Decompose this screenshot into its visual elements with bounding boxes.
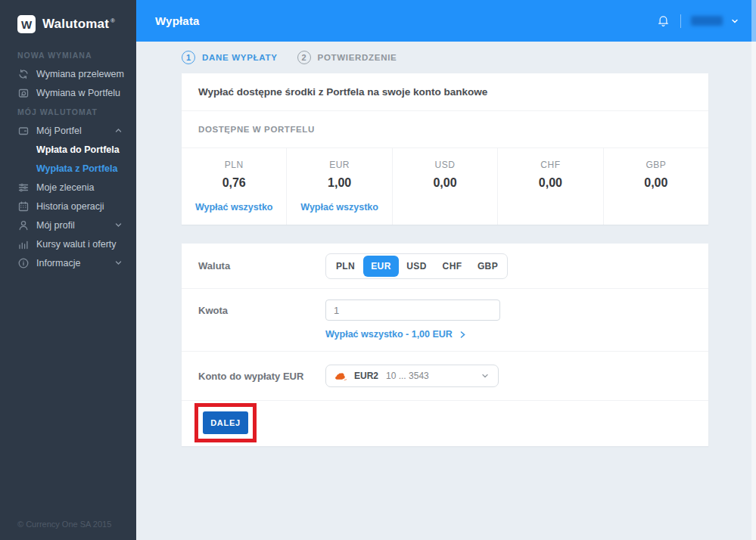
currency-option-pln[interactable]: PLN [328, 256, 363, 277]
currency-code: GBP [604, 160, 708, 170]
amount-row: Kwota Wypłać wszystko - 1,00 EUR [182, 289, 708, 352]
sidebar-item-moje-zlecenia[interactable]: Moje zlecenia [0, 178, 136, 197]
orders-icon [17, 182, 30, 194]
highlight-annotation: DALEJ [194, 403, 257, 442]
page-title: Wypłata [155, 14, 200, 27]
topbar-right [656, 14, 739, 28]
withdraw-all-amount-link[interactable]: Wypłać wszystko - 1,00 EUR [325, 329, 500, 340]
wallet-panel: Wypłać dostępne środki z Portfela na swo… [182, 73, 708, 225]
chevron-up-icon [114, 126, 123, 135]
dalej-button[interactable]: DALEJ [203, 411, 248, 434]
currency-code: USD [393, 160, 497, 170]
wallet-exchange-icon [17, 87, 30, 99]
currency-option-chf[interactable]: CHF [434, 256, 470, 277]
currency-option-eur[interactable]: EUR [363, 256, 399, 277]
currency-row: Waluta PLN EUR USD CHF GBP [182, 244, 708, 289]
wizard-steps: 1 DANE WYPŁATY 2 POTWIERDZENIE [182, 42, 708, 73]
wallet-icon [17, 125, 30, 137]
nav-section-moj-walutomat: MÓJ WALUTOMAT [0, 102, 136, 121]
sidebar-item-label: Mój profil [36, 220, 75, 231]
balance-amount: 0,76 [182, 176, 286, 190]
notifications-bell-icon[interactable] [656, 14, 670, 28]
sidebar-item-informacje[interactable]: Informacje [0, 253, 136, 272]
sidebar-item-label: Moje zlecenia [36, 182, 94, 193]
scrollbar-track[interactable] [751, 0, 756, 540]
balance-gbp: GBP 0,00 [603, 148, 708, 225]
withdraw-all-eur-link[interactable]: Wypłać wszystko [287, 202, 391, 213]
sidebar-item-label: Mój Portfel [36, 126, 82, 136]
chevron-down-icon [114, 221, 123, 229]
topbar: Wypłata [136, 0, 756, 42]
account-name: EUR2 [354, 371, 378, 381]
account-select[interactable]: EUR2 10 ... 3543 [325, 365, 499, 387]
sidebar-item-wplata-do-portfela[interactable]: Wpłata do Portfela [0, 140, 136, 159]
rates-icon [17, 238, 30, 250]
currency-option-usd[interactable]: USD [399, 256, 434, 277]
balance-amount: 0,00 [498, 176, 602, 190]
topbar-divider [680, 14, 681, 28]
step-number: 2 [297, 51, 311, 64]
balance-chf: CHF 0,00 [497, 148, 602, 225]
step-number: 1 [182, 51, 195, 64]
chevron-down-icon [114, 259, 123, 267]
history-icon [17, 200, 30, 213]
sidebar-item-moj-portfel[interactable]: Mój Portfel [0, 121, 136, 140]
sidebar-item-label: Kursy walut i oferty [36, 239, 117, 250]
sidebar: W Walutomat® NOWA WYMIANA Wymiana przele… [0, 0, 136, 540]
submit-row: DALEJ [182, 401, 708, 446]
balance-amount: 0,00 [604, 176, 708, 190]
chevron-right-icon [459, 331, 466, 339]
sidebar-item-moj-profil[interactable]: Mój profil [0, 216, 136, 234]
panel-intro-text: Wypłać dostępne środki z Portfela na swo… [182, 73, 708, 111]
main-area: Wypłata 1 DANE WYPŁATY 2 [136, 0, 756, 540]
currency-code: CHF [498, 160, 602, 170]
withdrawal-form-panel: Waluta PLN EUR USD CHF GBP Kwota Wypła [182, 244, 708, 446]
amount-input[interactable] [325, 299, 500, 321]
step-label: DANE WYPŁATY [202, 53, 278, 62]
profile-icon [17, 219, 30, 231]
step-dane-wyplaty[interactable]: 1 DANE WYPŁATY [182, 51, 278, 64]
username-redacted[interactable] [691, 16, 723, 26]
sidebar-item-label: Wymiana przelewem [36, 69, 124, 79]
account-row: Konto do wypłaty EUR EUR2 10 ... 3543 [182, 352, 708, 401]
balances-row: PLN 0,76 Wypłać wszystko EUR 1,00 Wypłać… [182, 148, 708, 225]
sidebar-item-label: Informacje [36, 258, 80, 268]
walutomat-app: W Walutomat® NOWA WYMIANA Wymiana przele… [0, 0, 756, 540]
exchange-icon [17, 68, 30, 80]
content: 1 DANE WYPŁATY 2 POTWIERDZENIE Wypłać do… [182, 42, 708, 446]
balance-usd: USD 0,00 [392, 148, 497, 225]
balance-amount: 1,00 [287, 176, 391, 190]
step-label: POTWIERDZENIE [318, 53, 397, 62]
withdraw-all-amount-label: Wypłać wszystko - 1,00 EUR [325, 329, 453, 340]
currency-label: Waluta [198, 244, 325, 288]
step-potwierdzenie[interactable]: 2 POTWIERDZENIE [297, 51, 397, 64]
walutomat-logo-icon: W [17, 15, 36, 33]
sidebar-item-wymiana-w-portfelu[interactable]: Wymiana w Portfelu [0, 83, 136, 102]
available-in-wallet-heading: DOSTĘPNE W PORTFELU [182, 111, 708, 148]
balance-pln: PLN 0,76 Wypłać wszystko [182, 148, 286, 225]
sidebar-item-label: Wymiana w Portfelu [36, 88, 120, 98]
sidebar-item-historia-operacji[interactable]: Historia operacji [0, 197, 136, 216]
info-icon [17, 257, 30, 269]
sidebar-item-wymiana-przelewem[interactable]: Wymiana przelewem [0, 64, 136, 83]
currency-code: EUR [287, 160, 391, 170]
account-label: Konto do wypłaty EUR [198, 352, 325, 400]
bank-logo-icon [334, 371, 347, 381]
sidebar-item-label: Historia operacji [36, 201, 104, 212]
currency-toggle-group: PLN EUR USD CHF GBP [325, 253, 508, 279]
balance-amount: 0,00 [393, 176, 497, 190]
account-number: 10 ... 3543 [386, 371, 429, 381]
brand-name: Walutomat® [42, 17, 115, 32]
nav-section-nowa-wymiana: NOWA WYMIANA [0, 45, 136, 64]
currency-code: PLN [182, 160, 286, 170]
currency-option-gbp[interactable]: GBP [470, 256, 506, 277]
registered-mark: ® [110, 17, 115, 24]
user-menu-chevron-down-icon[interactable] [730, 17, 739, 26]
withdraw-all-pln-link[interactable]: Wypłać wszystko [182, 202, 286, 213]
sidebar-item-kursy-walut[interactable]: Kursy walut i oferty [0, 234, 136, 253]
brand-logo[interactable]: W Walutomat® [0, 0, 136, 33]
sidebar-item-wyplata-z-portfela[interactable]: Wypłata z Portfela [0, 159, 136, 178]
sidebar-nav: NOWA WYMIANA Wymiana przelewem Wymiana w… [0, 45, 136, 272]
copyright: © Currency One SA 2015 [17, 520, 111, 529]
balance-eur: EUR 1,00 Wypłać wszystko [286, 148, 391, 225]
